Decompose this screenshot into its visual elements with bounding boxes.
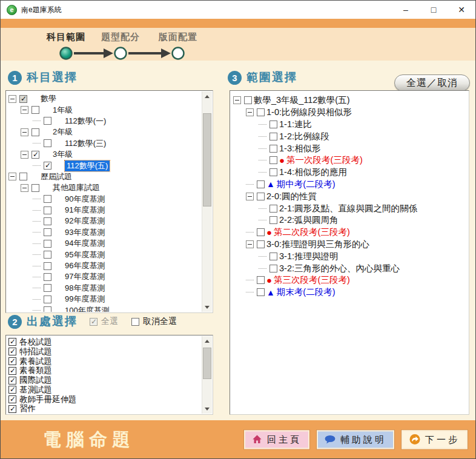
- home-button[interactable]: 回主頁: [244, 430, 309, 449]
- select-toggle-button[interactable]: 全選／取消: [394, 74, 470, 91]
- source-checkbox[interactable]: [8, 367, 16, 375]
- next-step-button[interactable]: 下一步: [402, 430, 468, 449]
- expand-collapse-toggle[interactable]: [8, 95, 16, 103]
- scroll-down-button[interactable]: [202, 302, 212, 312]
- tree-item-label[interactable]: 92年度基測: [65, 216, 105, 226]
- tree-checkbox[interactable]: [44, 195, 51, 203]
- tree-checkbox[interactable]: [44, 273, 51, 281]
- tree-item-label[interactable]: 1年級: [53, 105, 73, 116]
- tree-item-label[interactable]: 98年度基測: [65, 283, 105, 294]
- tree-item-label[interactable]: 94年度基測: [65, 238, 105, 249]
- tree-item-label[interactable]: 2-2:弧與圓周角: [279, 214, 339, 226]
- minimize-button[interactable]: –: [392, 1, 420, 19]
- maximize-button[interactable]: □: [420, 1, 448, 19]
- tree-checkbox[interactable]: [44, 139, 51, 147]
- tree-checkbox[interactable]: [269, 156, 277, 164]
- help-button[interactable]: 輔助說明: [317, 430, 394, 449]
- tree-item-label[interactable]: 91年度基測: [65, 205, 105, 216]
- tree-item-label[interactable]: 3-1:推理與證明: [279, 251, 339, 262]
- scroll-down-button[interactable]: [202, 404, 212, 414]
- tree-item-label[interactable]: 第三次段考(三段考): [274, 274, 350, 286]
- tree-item-label[interactable]: 95年度基測: [65, 249, 105, 260]
- tree-checkbox[interactable]: [244, 96, 252, 104]
- tree-item-label[interactable]: 數學_3年級_112數學(五): [254, 94, 349, 106]
- tree-checkbox[interactable]: [257, 276, 265, 284]
- expand-collapse-toggle[interactable]: [21, 184, 28, 192]
- tree-checkbox[interactable]: [269, 253, 277, 260]
- tree-item-label[interactable]: 期末考(二段考): [277, 286, 336, 298]
- tree-checkbox[interactable]: [269, 205, 277, 213]
- tree-item-label[interactable]: 100年度基測: [65, 305, 110, 312]
- tree-checkbox[interactable]: [257, 108, 265, 116]
- tree-checkbox[interactable]: [44, 117, 51, 125]
- expand-collapse-toggle[interactable]: [233, 96, 241, 104]
- tree-checkbox[interactable]: [257, 193, 265, 200]
- tree-item-label[interactable]: 3-0:推理證明與三角形的心: [266, 239, 369, 250]
- scrollbar-thumb[interactable]: [203, 113, 211, 206]
- scroll-up-button[interactable]: [202, 91, 212, 101]
- close-button[interactable]: ✕: [448, 1, 475, 19]
- tree-checkbox[interactable]: [44, 262, 51, 270]
- tree-item-label[interactable]: 3年級: [53, 149, 73, 160]
- tree-checkbox[interactable]: [257, 228, 265, 236]
- tree-checkbox[interactable]: [19, 95, 27, 103]
- tree-item-label[interactable]: 97年度基測: [65, 271, 105, 282]
- source-checkbox[interactable]: [8, 405, 16, 413]
- tree-item-label[interactable]: 歷屆試題: [41, 171, 72, 182]
- tree-item-label[interactable]: 112數學(五): [65, 160, 110, 171]
- expand-collapse-toggle[interactable]: [21, 106, 28, 114]
- tree-item-label[interactable]: 3-2:三角形的外心、內心與重心: [279, 263, 400, 274]
- tree-checkbox[interactable]: [31, 128, 39, 136]
- source-checkbox[interactable]: [8, 348, 16, 355]
- tree-checkbox[interactable]: [269, 168, 277, 176]
- expand-collapse-toggle[interactable]: [21, 151, 28, 159]
- tree-checkbox[interactable]: [31, 151, 39, 159]
- tree-checkbox[interactable]: [44, 306, 51, 312]
- tree-checkbox[interactable]: [269, 121, 277, 128]
- tree-item-label[interactable]: 93年度基測: [65, 227, 105, 238]
- source-checkbox[interactable]: [8, 377, 16, 385]
- tree-checkbox[interactable]: [44, 228, 51, 236]
- source-checkbox[interactable]: [8, 338, 16, 346]
- source-item-label[interactable]: 習作: [19, 403, 36, 414]
- tree-checkbox[interactable]: [31, 106, 39, 114]
- expand-collapse-toggle[interactable]: [21, 128, 28, 136]
- tree-checkbox[interactable]: [19, 173, 27, 180]
- tree-checkbox[interactable]: [257, 180, 265, 188]
- tree-item-label[interactable]: 1-1:連比: [279, 119, 312, 130]
- select-all-checkbox[interactable]: [90, 318, 98, 326]
- tree-checkbox[interactable]: [44, 217, 51, 225]
- source-checkbox[interactable]: [8, 357, 16, 365]
- tree-item-label[interactable]: 期中考(二段考): [277, 179, 336, 190]
- expand-collapse-toggle[interactable]: [8, 173, 16, 180]
- tree-item-label[interactable]: 96年度基測: [65, 260, 105, 271]
- tree-checkbox[interactable]: [44, 284, 51, 292]
- tree-item-label[interactable]: 112數學(三): [65, 138, 106, 149]
- tree-checkbox[interactable]: [44, 251, 51, 259]
- tree-checkbox[interactable]: [44, 162, 51, 170]
- tree-checkbox[interactable]: [44, 296, 51, 303]
- tree-checkbox[interactable]: [257, 240, 265, 248]
- tree-item-label[interactable]: 1-4:相似形的應用: [279, 167, 347, 178]
- tree-item-label[interactable]: 99年度基測: [65, 294, 105, 305]
- tree-item-label[interactable]: 1-3:相似形: [279, 143, 321, 154]
- select-all-control[interactable]: 全選: [90, 316, 118, 327]
- tree-item-label[interactable]: 1-2:比例線段: [279, 131, 329, 142]
- scroll-up-button[interactable]: [202, 336, 212, 346]
- tree-checkbox[interactable]: [44, 240, 51, 248]
- tree-item-label[interactable]: 112數學(一): [65, 116, 106, 127]
- expand-collapse-toggle[interactable]: [246, 240, 254, 248]
- tree-checkbox[interactable]: [257, 288, 265, 296]
- expand-collapse-toggle[interactable]: [246, 193, 254, 200]
- tree-item-label[interactable]: 其他題庫試題: [53, 182, 100, 193]
- deselect-all-checkbox[interactable]: [131, 318, 139, 326]
- tree-item-label[interactable]: 1-0:比例線段與相似形: [266, 107, 352, 118]
- expand-collapse-toggle[interactable]: [246, 108, 254, 116]
- tree-checkbox[interactable]: [269, 145, 277, 153]
- tree-item-label[interactable]: 第二次段考(三段考): [274, 226, 350, 238]
- source-checkbox[interactable]: [8, 386, 16, 394]
- tree-item-label[interactable]: 90年度基測: [65, 194, 105, 205]
- tree-item-label[interactable]: 2年級: [53, 127, 73, 137]
- subject-tree-scrollbar[interactable]: [202, 91, 212, 312]
- tree-item-label[interactable]: 數學: [41, 93, 56, 104]
